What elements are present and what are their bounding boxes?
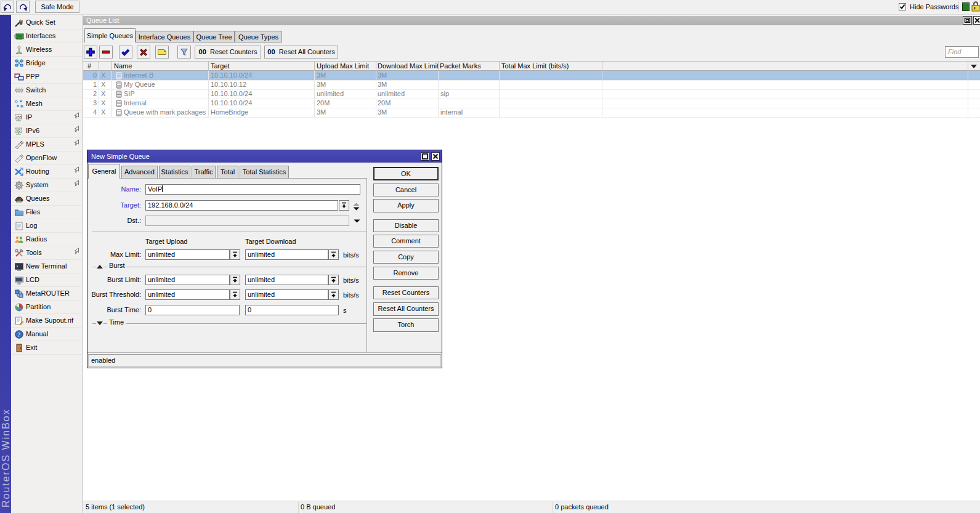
svg-text:255: 255	[16, 115, 23, 119]
svg-text:v6: v6	[16, 128, 21, 132]
svg-text:?: ?	[17, 332, 20, 338]
